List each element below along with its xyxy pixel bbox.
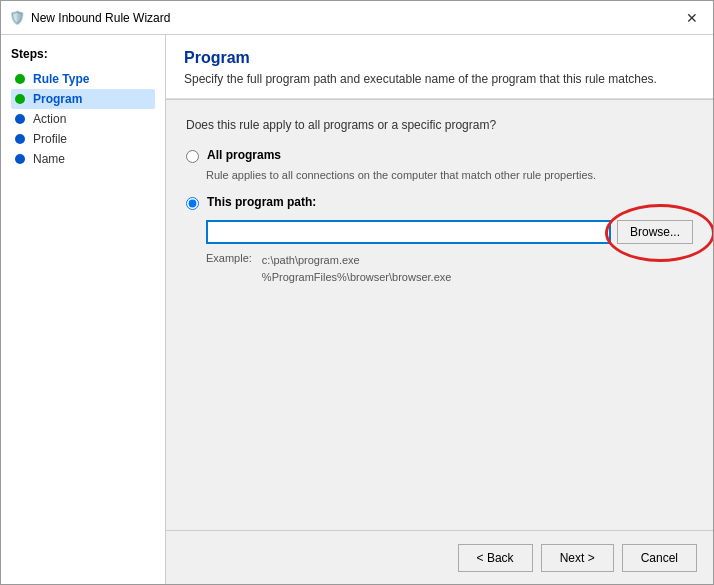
all-programs-group: All programs Rule applies to all connect… (186, 148, 693, 181)
sidebar-item-name[interactable]: Name (11, 149, 155, 169)
step-dot-profile (15, 134, 25, 144)
radio-all-programs[interactable] (186, 150, 199, 163)
sidebar-item-profile[interactable]: Profile (11, 129, 155, 149)
step-label-profile: Profile (33, 132, 67, 146)
close-button[interactable]: ✕ (679, 5, 705, 31)
main-panel: Program Specify the full program path an… (166, 35, 713, 584)
left-panel: Steps: Rule Type Program Action Profile … (1, 35, 166, 584)
browse-button[interactable]: Browse... (617, 220, 693, 244)
this-program-group: This program path: Browse... Example: c:… (186, 195, 693, 287)
example-label: Example: (206, 252, 252, 287)
window-title: New Inbound Rule Wizard (31, 11, 679, 25)
sidebar-item-action[interactable]: Action (11, 109, 155, 129)
window-icon: 🛡️ (9, 10, 25, 26)
step-label-action: Action (33, 112, 66, 126)
step-dot-rule-type (15, 74, 25, 84)
step-dot-action (15, 114, 25, 124)
sidebar-item-rule-type[interactable]: Rule Type (11, 69, 155, 89)
wizard-window: 🛡️ New Inbound Rule Wizard ✕ Steps: Rule… (0, 0, 714, 585)
radio-all-programs-desc: Rule applies to all connections on the c… (206, 169, 693, 181)
cancel-button[interactable]: Cancel (622, 544, 697, 572)
program-path-input[interactable] (206, 220, 611, 244)
step-label-rule-type: Rule Type (33, 72, 89, 86)
main-content: Does this rule apply to all programs or … (166, 100, 713, 530)
question-text: Does this rule apply to all programs or … (186, 118, 693, 132)
step-label-program: Program (33, 92, 82, 106)
page-title: Program (184, 49, 695, 67)
step-label-name: Name (33, 152, 65, 166)
path-input-row: Browse... (206, 220, 693, 244)
example-values: c:\path\program.exe%ProgramFiles%\browse… (262, 252, 452, 287)
radio-option-all-programs[interactable]: All programs (186, 148, 693, 163)
radio-option-this-program[interactable]: This program path: (186, 195, 693, 210)
footer: < Back Next > Cancel (166, 530, 713, 584)
step-dot-program (15, 94, 25, 104)
back-button[interactable]: < Back (458, 544, 533, 572)
content-area: Steps: Rule Type Program Action Profile … (1, 35, 713, 584)
steps-label: Steps: (11, 47, 155, 61)
program-path-section: Browse... Example: c:\path\program.exe%P… (186, 220, 693, 287)
radio-this-program-label: This program path: (207, 195, 316, 209)
example-text: Example: c:\path\program.exe%ProgramFile… (206, 252, 693, 287)
step-dot-name (15, 154, 25, 164)
radio-this-program[interactable] (186, 197, 199, 210)
sidebar-item-program[interactable]: Program (11, 89, 155, 109)
page-subtitle: Specify the full program path and execut… (184, 71, 695, 88)
header-section: Program Specify the full program path an… (166, 35, 713, 99)
radio-all-programs-label: All programs (207, 148, 281, 162)
next-button[interactable]: Next > (541, 544, 614, 572)
title-bar: 🛡️ New Inbound Rule Wizard ✕ (1, 1, 713, 35)
